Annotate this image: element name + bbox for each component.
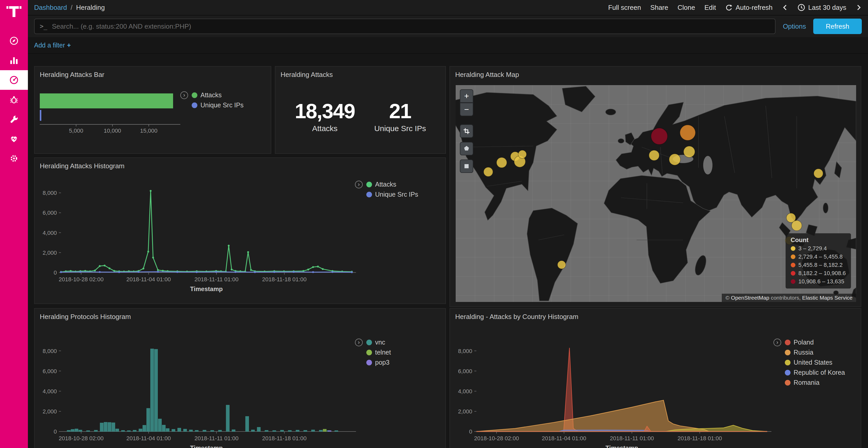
map-marker[interactable] (484, 167, 493, 176)
clone-button[interactable]: Clone (678, 4, 695, 12)
time-back-button[interactable] (782, 4, 788, 11)
svg-text:4,000: 4,000 (458, 388, 472, 394)
query-bar: >_ Options Refresh (28, 15, 868, 37)
svg-text:15,000: 15,000 (140, 128, 157, 134)
svg-text:2018-11-04 01:00: 2018-11-04 01:00 (126, 435, 171, 442)
attacks-histogram-chart[interactable]: 02,0004,0006,0008,0002018-10-28 02:00201… (35, 158, 445, 304)
legend-item-romania[interactable]: Romania (785, 379, 845, 386)
auto-refresh-button[interactable]: Auto-refresh (725, 4, 772, 12)
legend-dot (192, 102, 197, 108)
legend-item-unique-src-ips[interactable]: Unique Src IPs (366, 191, 418, 198)
legend-expand-icon[interactable]: › (355, 339, 363, 346)
elastic-maps-link[interactable]: Elastic Maps Service (802, 295, 852, 301)
zoom-out-button[interactable]: − (460, 103, 473, 116)
legend-item-republic-of-korea[interactable]: Republic of Korea (785, 369, 845, 376)
panel-country-histogram: Heralding - Attacks by Country Histogram… (450, 308, 861, 448)
map-legend-row: 10,908.6 – 13,635 (791, 278, 846, 285)
map-marker[interactable] (651, 128, 668, 144)
map-marker[interactable] (669, 154, 680, 165)
svg-text:2,000: 2,000 (458, 408, 472, 415)
legend-item-poland[interactable]: Poland (785, 339, 845, 346)
search-box[interactable]: >_ (34, 19, 776, 34)
dashboard-grid: Heralding Attacks Bar 5,00010,00015,000 … (28, 54, 868, 448)
metric-label: Attacks (295, 124, 355, 133)
map-marker[interactable] (649, 150, 659, 161)
sidebar-item-visualize[interactable] (0, 50, 28, 70)
legend-expand-icon[interactable]: › (773, 339, 781, 346)
sidebar-item-discover[interactable] (0, 31, 28, 50)
time-range-picker[interactable]: Last 30 days (798, 4, 846, 12)
philippines (823, 203, 828, 213)
legend-item-russia[interactable]: Russia (785, 349, 845, 356)
map-viewport[interactable]: + − Count 3 – 2,729.4 2,729.4 – 5,455 (456, 85, 856, 302)
attacks-histogram-legend: › Attacks Unique Src IPs (355, 181, 418, 198)
svg-text:0: 0 (54, 269, 57, 276)
svg-text:6,000: 6,000 (458, 368, 472, 374)
svg-text:Timestamp: Timestamp (190, 285, 223, 292)
sidebar-item-dashboard[interactable] (0, 70, 28, 90)
breadcrumb-current: Heralding (76, 4, 104, 12)
kibana-dashboard-app: Dashboard / Heralding Full screen Share … (0, 0, 868, 448)
map-marker[interactable] (518, 150, 526, 159)
map-marker[interactable] (680, 125, 695, 140)
bar-chart-icon (9, 55, 19, 66)
map-marker[interactable] (497, 158, 507, 168)
rectangle-tool-button[interactable] (460, 160, 473, 173)
refresh-button[interactable]: Refresh (813, 19, 862, 34)
full-screen-button[interactable]: Full screen (608, 4, 641, 12)
legend-item-attacks[interactable]: Attacks (366, 181, 418, 188)
map-legend: Count 3 – 2,729.4 2,729.4 – 5,455.8 5,45… (785, 233, 851, 288)
svg-text:0: 0 (469, 428, 472, 435)
madagascar (693, 254, 708, 276)
map-marker[interactable] (792, 220, 802, 231)
svg-text:2,000: 2,000 (43, 408, 57, 415)
legend-item-attacks[interactable]: Attacks (192, 91, 244, 99)
legend-item-telnet[interactable]: telnet (366, 349, 391, 356)
legend-item-united-states[interactable]: United States (785, 359, 845, 366)
protocols-histogram-chart[interactable]: 02,0004,0006,0008,0002018-10-28 02:00201… (35, 309, 445, 448)
legend-item-vnc[interactable]: vnc (366, 339, 391, 346)
legend-expand-icon[interactable]: › (180, 91, 188, 99)
map-legend-row: 3 – 2,729.4 (791, 245, 846, 252)
clock-icon (798, 4, 805, 11)
openstreetmap-link[interactable]: OpenStreetMap (731, 295, 769, 301)
sidebar-item-monitoring[interactable] (0, 129, 28, 149)
legend-expand-icon[interactable]: › (355, 181, 363, 188)
breadcrumb-dashboard-link[interactable]: Dashboard (34, 4, 67, 12)
crop-icon (463, 127, 470, 135)
svg-text:2018-10-28 02:00: 2018-10-28 02:00 (59, 276, 103, 283)
edit-button[interactable]: Edit (705, 4, 716, 12)
top-navbar: Dashboard / Heralding Full screen Share … (28, 0, 868, 15)
map-marker[interactable] (557, 261, 566, 269)
share-button[interactable]: Share (650, 4, 668, 12)
add-filter-link[interactable]: Add a filter+ (34, 41, 71, 49)
svg-text:10,000: 10,000 (104, 128, 121, 134)
polygon-tool-button[interactable] (460, 142, 473, 156)
query-options-link[interactable]: Options (783, 23, 806, 30)
south-america (527, 208, 578, 301)
legend-dot (366, 350, 372, 355)
svg-text:2018-10-28 02:00: 2018-10-28 02:00 (59, 435, 103, 442)
metric-label: Unique Src IPs (374, 124, 426, 133)
polygon-icon (462, 144, 471, 153)
legend-item-pop3[interactable]: pop3 (366, 359, 391, 366)
sidebar-item-dev-tools[interactable] (0, 109, 28, 129)
iceland (606, 109, 616, 115)
sidebar-item-management[interactable] (0, 149, 28, 168)
map-controls: + − (460, 89, 473, 177)
svg-text:2018-11-04 01:00: 2018-11-04 01:00 (542, 435, 586, 442)
crop-filter-button[interactable] (460, 125, 473, 138)
time-forward-button[interactable] (856, 4, 862, 11)
legend-dot (791, 271, 796, 276)
legend-dot (192, 92, 197, 98)
zoom-in-button[interactable]: + (460, 89, 473, 103)
search-input[interactable] (52, 23, 770, 30)
map-marker[interactable] (684, 146, 695, 158)
legend-item-unique-src-ips[interactable]: Unique Src IPs (192, 101, 244, 109)
map-legend-row: 2,729.4 – 5,455.8 (791, 253, 846, 260)
metric-unique-src-ips: 21 Unique Src IPs (374, 99, 426, 133)
map-marker[interactable] (814, 169, 823, 178)
sidebar-item-honeypot[interactable] (0, 90, 28, 109)
svg-text:6,000: 6,000 (43, 368, 57, 374)
app-sidebar (0, 0, 28, 448)
